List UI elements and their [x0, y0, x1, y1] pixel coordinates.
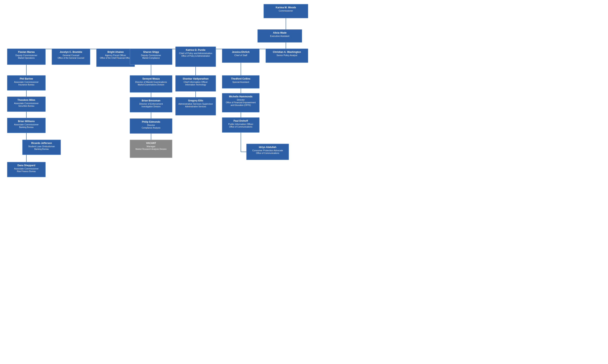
theodore-miles-title: Associate Commissioner	[10, 102, 43, 105]
exec-assistant-name: Alicia Wade	[260, 31, 300, 35]
philip-edmonds-title: Director	[132, 124, 170, 127]
phil-barlow-name: Phil Barlow	[10, 77, 43, 80]
gregory-ellis-title: Administrative Services Supervisor	[178, 103, 213, 105]
fiscal-officer-name: Bright Ahaiwe	[99, 51, 132, 54]
senior-policy-analyst-name: Christian A. Washington	[268, 51, 306, 54]
shankar-node: Shankar Vaidyanathan Chief Information O…	[175, 75, 216, 91]
dep-commissioner-market-name: Flavian Marwa	[10, 51, 43, 54]
gregory-ellis-dept: Administrative Services	[178, 105, 213, 108]
seneyet-meaza-name: Seneyet Meaza	[132, 77, 170, 80]
idriys-abdullah-dept: Office of Communications	[249, 152, 287, 155]
shankar-name: Shankar Vaidyanathan	[178, 77, 213, 80]
commissioner-title: Commissioner	[266, 9, 306, 12]
dep-commissioner-compliance-name: Sharon Shipp	[132, 51, 170, 54]
dana-sheppard-title: Associate Commissioner	[10, 167, 43, 170]
michelle-hammonds-dept: Office of Financial Empowerment and Educ…	[224, 101, 257, 106]
dep-commissioner-market-dept: Market Operations	[10, 57, 43, 59]
brian-williams-dept: Banking Bureau	[10, 126, 43, 129]
shankar-dept: Information Technology	[178, 83, 213, 86]
general-counsel-title: General Counsel	[54, 54, 88, 57]
vacant-manager-node: VACANT Manager Market Research Analysis …	[130, 140, 172, 158]
exec-assistant-title: Executive Assistant	[260, 35, 300, 38]
chief-policy-node: Katrice D. Purdie Chief of Policy and Ad…	[175, 47, 216, 67]
paul-drehoff-dept: Office of Communications	[224, 126, 257, 128]
phil-barlow-node: Phil Barlow Associate Commissioner Insur…	[7, 75, 46, 91]
commissioner-name: Karima M. Woods	[266, 6, 306, 9]
chief-of-staff-title: Chief of Staff	[224, 54, 257, 57]
dep-commissioner-market-node: Flavian Marwa Deputy Commissioner Market…	[7, 49, 46, 65]
chief-of-staff-node: Jessica Ehrlich Chief of Staff	[222, 49, 260, 63]
brian-williams-name: Brian Williams	[10, 120, 43, 123]
ricardo-jefferson-title: Student Loan Ombudsman	[25, 145, 58, 148]
general-counsel-node: Jocelyn C. Bramble General Counsel Offic…	[52, 49, 90, 65]
thedford-collins-name: Thedford Collins	[224, 77, 257, 80]
thedford-collins-title: Special Assistant	[224, 80, 257, 83]
gregory-ellis-node: Gregory Ellis Administrative Services Su…	[175, 97, 216, 115]
org-chart: Karima M. Woods Commissioner Alicia Wade…	[0, 0, 608, 364]
idriys-abdullah-name: Idriys Abdullah	[249, 146, 287, 149]
paul-drehoff-name: Paul Drehoff	[224, 119, 257, 123]
seneyet-meaza-node: Seneyet Meaza Director of Marekt Examina…	[130, 75, 172, 92]
commissioner-node: Karima M. Woods Commissioner	[263, 4, 308, 18]
dana-sheppard-dept: Risk Finance Bureau	[10, 170, 43, 173]
fiscal-officer-node: Bright Ahaiwe Agency Fiscal Officer Offi…	[96, 49, 135, 67]
michelle-hammonds-title: Director	[224, 98, 257, 101]
paul-drehoff-node: Paul Drehoff Public Information Officer …	[222, 117, 260, 133]
fiscal-officer-dept: Office of the Chief Financial Officer	[99, 57, 132, 59]
chief-policy-dept: Office of Policy & Administration	[178, 55, 213, 57]
theodore-miles-name: Theodore Miles	[10, 99, 43, 102]
paul-drehoff-title: Public Information Officer	[224, 123, 257, 126]
vacant-manager-dept: Market Research Analysis Division	[132, 148, 170, 150]
chief-policy-name: Katrice D. Purdie	[178, 49, 213, 52]
gregory-ellis-name: Gregory Ellis	[178, 99, 213, 103]
idriys-abdullah-node: Idriys Abdullah Consumer Protection Advo…	[246, 144, 289, 160]
brian-bressman-name: Brian Bressman	[132, 99, 170, 103]
fiscal-officer-title: Agency Fiscal Officer	[99, 54, 132, 57]
vacant-manager-title: Manager	[132, 145, 170, 148]
ricardo-jefferson-dept: Banking Bureau	[25, 148, 58, 150]
brian-williams-title: Associate Commissioner	[10, 123, 43, 126]
phil-barlow-title: Associate Commissioner	[10, 80, 43, 83]
philip-edmonds-name: Philip Edmonds	[132, 120, 170, 124]
seneyet-meaza-dept: Market Examinations Division	[132, 83, 170, 86]
brian-bressman-title: Director of Enforcement	[132, 103, 170, 105]
brian-bressman-node: Brian Bressman Director of Enforcement I…	[130, 97, 172, 112]
ricardo-jefferson-node: Ricardo Jefferson Student Loan Ombudsman…	[22, 140, 61, 155]
vacant-manager-name: VACANT	[132, 142, 170, 145]
ricardo-jefferson-name: Ricardo Jefferson	[25, 142, 58, 145]
dana-sheppard-name: Dana Sheppard	[10, 164, 43, 167]
brian-bressman-dept: Investigation Division	[132, 105, 170, 108]
theodore-miles-dept: Securities Bureau	[10, 105, 43, 107]
philip-edmonds-node: Philip Edmonds Director Compliance Analy…	[130, 118, 172, 134]
philip-edmonds-dept: Compliance Analysis	[132, 127, 170, 129]
dep-commissioner-market-title: Deputy Commissioner	[10, 54, 43, 57]
general-counsel-dept: Office of the General Counsel	[54, 57, 88, 59]
michelle-hammonds-node: Michelle Hammonds Director Office of Fin…	[222, 93, 260, 112]
idriys-abdullah-title: Consumer Protection Advocate	[249, 149, 287, 152]
senior-policy-analyst-title: Senior Policy Analyst	[268, 54, 306, 57]
dana-sheppard-node: Dana Sheppard Associate Commissioner Ris…	[7, 162, 46, 177]
phil-barlow-dept: Insurance Bureau	[10, 83, 43, 86]
dep-commissioner-compliance-dept: Market Compliance	[132, 57, 170, 59]
seneyet-meaza-title: Director of Marekt Examinations	[132, 80, 170, 83]
thedford-collins-node: Thedford Collins Special Assistant	[222, 75, 260, 89]
brian-williams-node: Brian Williams Associate Commissioner Ba…	[7, 118, 46, 133]
michelle-hammonds-name: Michelle Hammonds	[224, 95, 257, 98]
chief-of-staff-name: Jessica Ehrlich	[224, 51, 257, 54]
dep-commissioner-compliance-node: Sharon Shipp Deputy Comissioner Market C…	[130, 49, 172, 65]
chief-policy-title: Chief of Policy and Administration	[178, 52, 213, 55]
exec-assistant-node: Alicia Wade Executive Assistant	[258, 29, 302, 42]
senior-policy-analyst-node: Christian A. Washington Senior Policy An…	[266, 49, 308, 63]
shankar-title: Chief Information Officer	[178, 80, 213, 83]
general-counsel-name: Jocelyn C. Bramble	[54, 51, 88, 54]
dep-commissioner-compliance-title: Deputy Comissioner	[132, 54, 170, 57]
theodore-miles-node: Theodore Miles Associate Commissioner Se…	[7, 97, 46, 112]
